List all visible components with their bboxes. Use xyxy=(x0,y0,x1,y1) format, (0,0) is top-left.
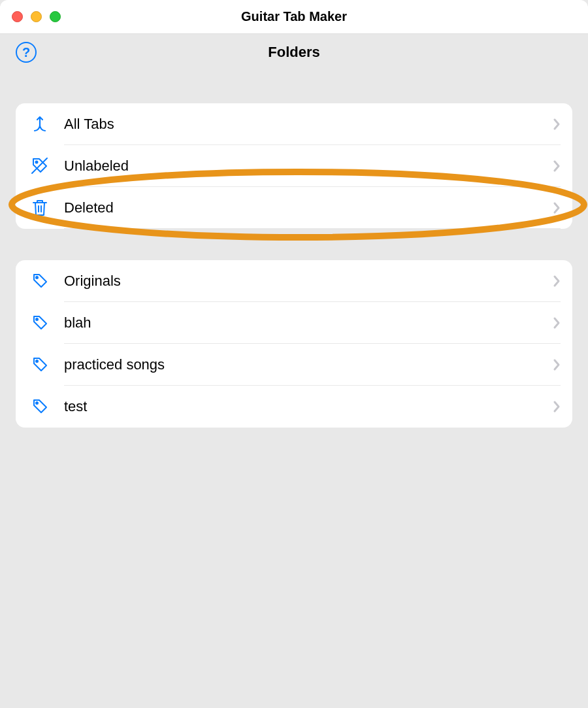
content: All Tabs xyxy=(0,71,588,428)
app-window: Guitar Tab Maker ? Folders xyxy=(0,0,588,708)
window-title: Guitar Tab Maker xyxy=(241,9,347,24)
window-close-button[interactable] xyxy=(12,11,23,22)
folder-row-deleted[interactable]: Deleted xyxy=(16,187,572,229)
titlebar: Guitar Tab Maker xyxy=(0,0,588,34)
folder-label: practiced songs xyxy=(64,356,553,373)
folder-label: blah xyxy=(64,314,553,331)
folder-row-practiced-songs[interactable]: practiced songs xyxy=(16,344,572,386)
help-button[interactable]: ? xyxy=(16,42,37,63)
chevron-right-icon xyxy=(553,275,561,288)
user-folders-group: Originals blah xyxy=(16,260,572,428)
folder-label: test xyxy=(64,398,553,415)
folder-label: All Tabs xyxy=(64,116,553,133)
svg-point-5 xyxy=(36,402,38,404)
window-minimize-button[interactable] xyxy=(31,11,42,22)
chevron-right-icon xyxy=(553,160,561,173)
trash-icon xyxy=(30,198,50,218)
chevron-right-icon xyxy=(553,400,561,413)
svg-point-4 xyxy=(36,360,38,362)
chevron-right-icon xyxy=(553,316,561,329)
folder-label: Unlabeled xyxy=(64,158,553,175)
tag-icon xyxy=(30,313,50,333)
tag-icon xyxy=(30,397,50,416)
folder-row-test[interactable]: test xyxy=(16,386,572,428)
folder-row-unlabeled[interactable]: Unlabeled xyxy=(16,145,572,187)
page-header: ? Folders xyxy=(0,34,588,71)
tag-off-icon xyxy=(30,156,50,176)
folder-label: Deleted xyxy=(64,199,553,216)
svg-point-3 xyxy=(36,318,38,320)
merge-icon xyxy=(30,114,50,134)
tag-icon xyxy=(30,271,50,291)
svg-point-0 xyxy=(36,161,38,163)
folder-label: Originals xyxy=(64,273,553,290)
window-zoom-button[interactable] xyxy=(50,11,61,22)
system-folders-group: All Tabs xyxy=(16,103,572,229)
tag-icon xyxy=(30,355,50,375)
traffic-lights xyxy=(12,11,61,22)
folder-row-originals[interactable]: Originals xyxy=(16,260,572,302)
svg-point-2 xyxy=(36,277,38,278)
folder-row-all-tabs[interactable]: All Tabs xyxy=(16,103,572,145)
help-icon: ? xyxy=(22,45,30,60)
page-title: Folders xyxy=(268,44,319,61)
chevron-right-icon xyxy=(553,118,561,131)
folder-row-blah[interactable]: blah xyxy=(16,302,572,344)
chevron-right-icon xyxy=(553,358,561,371)
chevron-right-icon xyxy=(553,201,561,214)
